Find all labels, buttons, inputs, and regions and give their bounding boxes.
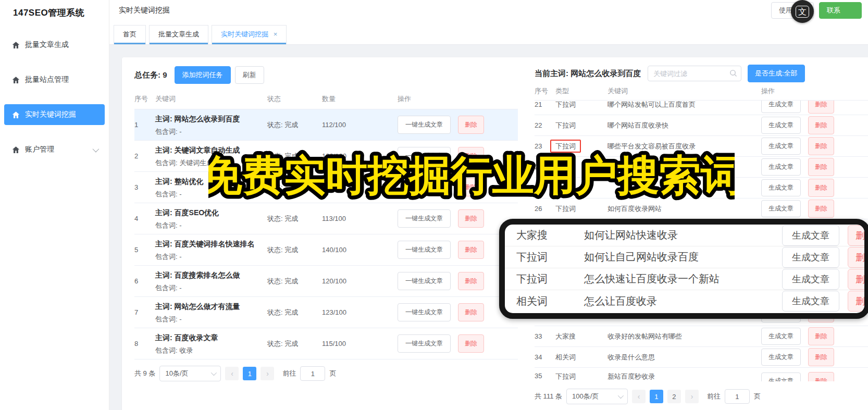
row-type: 下拉词 bbox=[555, 163, 576, 171]
task-pagination: 共 9 条 10条/页 ‹ 1 › 前往 页 bbox=[134, 366, 518, 381]
row-keyword: 如何让自己网站收录百度 bbox=[584, 250, 782, 264]
delete-button[interactable]: 删除 bbox=[848, 291, 868, 312]
delete-button[interactable]: 删除 bbox=[808, 327, 834, 345]
delete-button[interactable]: 删除 bbox=[808, 200, 834, 218]
search-icon bbox=[729, 69, 737, 77]
keyword-filter-input[interactable] bbox=[648, 66, 741, 81]
generate-article-button[interactable]: 生成文章 bbox=[761, 179, 801, 196]
delete-button[interactable]: 删除 bbox=[848, 269, 868, 290]
delete-button[interactable]: 删除 bbox=[848, 225, 868, 246]
generate-article-button[interactable]: 生成文章 bbox=[761, 117, 801, 134]
table-row[interactable]: 2 主词: 关键词文章自动生成 包含词: 关键词生成 状态: 完成 100/10… bbox=[134, 141, 518, 172]
row-status: 状态: 完成 bbox=[267, 214, 322, 223]
goto-page-input[interactable] bbox=[300, 366, 325, 381]
generate-article-button[interactable]: 生成文章 bbox=[782, 247, 839, 268]
row-include-words: 包含词: - bbox=[155, 283, 263, 292]
generate-article-button[interactable]: 生成文章 bbox=[761, 349, 801, 366]
page-size-select[interactable]: 100条/页 bbox=[566, 389, 628, 404]
chevron-down-icon bbox=[93, 145, 100, 152]
sidebar-item[interactable]: 批量站点管理 bbox=[4, 69, 105, 90]
table-row[interactable]: 8 主词: 百度收录文章 包含词: 收录 状态: 完成 115/100 一键生成… bbox=[134, 328, 518, 359]
floating-text-badge-icon[interactable]: 文 bbox=[791, 0, 814, 23]
generate-article-button[interactable]: 一键生成文章 bbox=[398, 303, 451, 321]
generate-article-button[interactable]: 一键生成文章 bbox=[398, 209, 451, 228]
sidebar-item[interactable]: 账户管理 bbox=[4, 139, 105, 160]
tab[interactable]: 实时关键词挖掘 × bbox=[212, 25, 287, 44]
table-row[interactable]: 6 主词: 百度搜索排名怎么做 包含词: - 状态: 完成 120/100 一键… bbox=[134, 266, 518, 297]
generate-article-button[interactable]: 生成文章 bbox=[761, 158, 801, 176]
generate-article-button[interactable]: 生成文章 bbox=[761, 372, 801, 381]
table-row[interactable]: 5 主词: 百度关键词排名快速排名 包含词: - 状态: 完成 140/100 … bbox=[134, 234, 518, 266]
page-number-button[interactable]: 1 bbox=[650, 390, 663, 403]
delete-button[interactable]: 删除 bbox=[808, 158, 834, 176]
generate-article-button[interactable]: 生成文章 bbox=[782, 269, 839, 290]
page-number-button[interactable]: 2 bbox=[667, 390, 681, 403]
generate-article-button[interactable]: 生成文章 bbox=[761, 138, 801, 155]
add-task-button[interactable]: 添加挖词任务 bbox=[175, 66, 231, 84]
next-page-button[interactable]: › bbox=[685, 390, 699, 403]
row-qty: 115/100 bbox=[322, 340, 398, 347]
table-row[interactable]: 3 主词: 整站优化 包含词: - 状态: 完成 一键生成文章 删除 bbox=[134, 172, 518, 203]
delete-button[interactable]: 删除 bbox=[458, 178, 484, 196]
row-status: 状态: 完成 bbox=[267, 152, 322, 161]
generate-article-button[interactable]: 生成文章 bbox=[761, 101, 801, 113]
generate-all-button[interactable]: 是否生成:全部 bbox=[748, 65, 805, 82]
row-keyword: 如何百度收录网站 bbox=[607, 204, 761, 214]
next-page-button[interactable]: › bbox=[261, 367, 274, 380]
generate-article-button[interactable]: 一键生成文章 bbox=[398, 272, 451, 290]
row-seq: 6 bbox=[134, 277, 155, 285]
delete-button[interactable]: 删除 bbox=[808, 348, 834, 366]
tab-close-icon[interactable]: × bbox=[274, 30, 278, 38]
prev-page-button[interactable]: ‹ bbox=[225, 367, 239, 380]
delete-button[interactable]: 删除 bbox=[458, 209, 484, 228]
sidebar-item-label: 实时关键词挖掘 bbox=[25, 110, 76, 119]
row-main-keyword: 主词: 网站怎么收录到百度 bbox=[155, 114, 263, 124]
table-row[interactable]: 4 主词: 百度SEO优化 包含词: - 状态: 完成 113/100 一键生成… bbox=[134, 203, 518, 234]
row-keyword: 收录好的发帖网站有哪些 bbox=[607, 332, 761, 341]
prev-page-button[interactable]: ‹ bbox=[632, 390, 646, 403]
generate-article-button[interactable]: 一键生成文章 bbox=[398, 241, 451, 259]
row-type: 下拉词 bbox=[516, 250, 584, 264]
generate-article-button[interactable]: 一键生成文章 bbox=[398, 147, 451, 165]
delete-button[interactable]: 删除 bbox=[458, 116, 484, 134]
sidebar-menu: 批量文章生成 批量站点管理 实时关键词挖掘 bbox=[0, 34, 109, 160]
refresh-button[interactable]: 刷新 bbox=[235, 66, 264, 84]
delete-button[interactable]: 删除 bbox=[458, 334, 484, 353]
sidebar-item[interactable]: 批量文章生成 bbox=[4, 34, 105, 55]
generate-article-button[interactable]: 生成文章 bbox=[761, 328, 801, 345]
delete-button[interactable]: 删除 bbox=[808, 116, 834, 134]
table-row[interactable]: 1 主词: 网站怎么收录到百度 包含词: - 状态: 完成 112/100 一键… bbox=[134, 109, 518, 141]
page-size-select[interactable]: 10条/页 bbox=[159, 366, 221, 381]
delete-button[interactable]: 删除 bbox=[808, 372, 834, 381]
delete-button[interactable]: 删除 bbox=[458, 241, 484, 259]
tab[interactable]: 批量文章生成 bbox=[149, 25, 208, 44]
generate-article-button[interactable]: 一键生成文章 bbox=[398, 116, 451, 134]
delete-button[interactable]: 删除 bbox=[808, 179, 834, 197]
delete-button[interactable]: 删除 bbox=[808, 137, 834, 155]
table-row[interactable]: 7 主词: 网站怎么做才有流量 包含词: - 状态: 完成 123/100 一键… bbox=[134, 297, 518, 328]
page-number-button[interactable]: 1 bbox=[243, 367, 256, 380]
delete-button[interactable]: 删除 bbox=[808, 101, 834, 114]
tab[interactable]: 首页 bbox=[114, 25, 146, 44]
goto-page-input[interactable] bbox=[725, 389, 750, 404]
delete-button[interactable]: 删除 bbox=[848, 247, 868, 268]
row-keyword: 哪个网站百度收录快 bbox=[607, 121, 761, 130]
contact-button[interactable]: 联系 bbox=[819, 2, 862, 19]
sidebar-item[interactable]: 实时关键词挖掘 bbox=[4, 104, 105, 125]
keyword-filter bbox=[648, 66, 741, 81]
zoom-highlight-box: 大家搜 如何让网站快速收录 生成文章 删除 下拉词 如何让自己网站收录百度 生成… bbox=[499, 219, 868, 319]
row-type: 大家搜 bbox=[555, 184, 576, 192]
row-qty: 100/100 bbox=[322, 152, 398, 160]
generate-article-button[interactable]: 一键生成文章 bbox=[398, 178, 451, 196]
total-tasks-label: 总任务: 9 bbox=[134, 70, 167, 80]
table-row: 23 下拉词 哪些平台发文容易被百度收录 生成文章 删除 bbox=[535, 136, 868, 157]
generate-article-button[interactable]: 生成文章 bbox=[782, 291, 839, 312]
home-icon bbox=[11, 41, 20, 49]
row-qty: 112/100 bbox=[322, 121, 398, 129]
generate-article-button[interactable]: 生成文章 bbox=[782, 225, 839, 246]
generate-article-button[interactable]: 生成文章 bbox=[761, 200, 801, 217]
delete-button[interactable]: 删除 bbox=[458, 147, 484, 165]
generate-article-button[interactable]: 一键生成文章 bbox=[398, 334, 451, 353]
delete-button[interactable]: 删除 bbox=[458, 272, 484, 290]
delete-button[interactable]: 删除 bbox=[458, 303, 484, 321]
